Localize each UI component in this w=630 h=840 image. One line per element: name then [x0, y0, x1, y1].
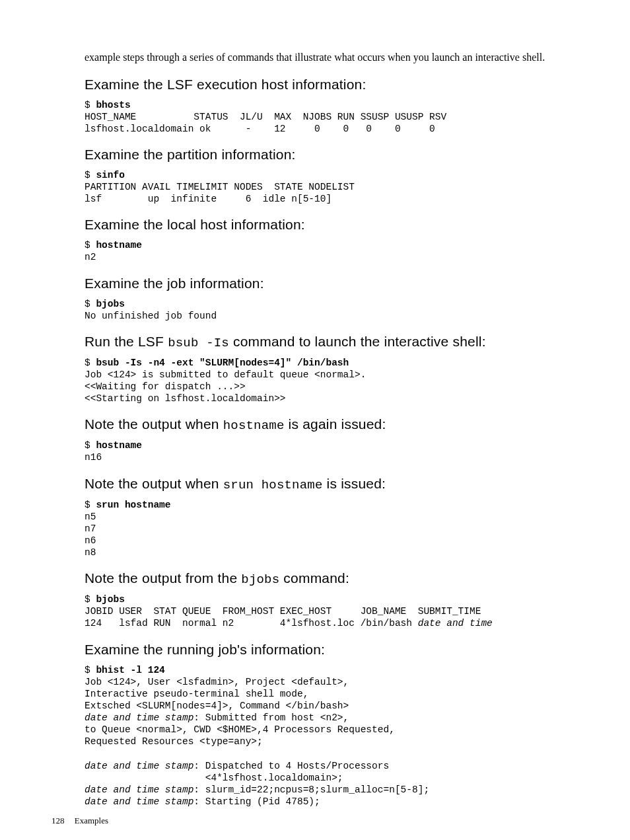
code-segment: n6	[85, 535, 96, 546]
section-heading: Note the output when hostname is again i…	[85, 416, 572, 433]
code-segment: bjobs	[96, 594, 125, 605]
code-segment: : Starting (Pid 4785);	[193, 796, 320, 807]
code-segment: <<Waiting for dispatch ...>>	[85, 381, 246, 392]
code-segment: $	[85, 240, 96, 250]
heading-code-span: hostname	[223, 418, 285, 433]
heading-text-span: is again issued:	[285, 416, 386, 432]
code-segment: $	[85, 665, 96, 675]
code-segment: hostname	[96, 440, 142, 451]
code-segment: No unfinished job found	[85, 311, 217, 321]
code-segment: n5	[85, 512, 96, 522]
code-segment: bhosts	[96, 100, 130, 110]
code-segment: lsfhost.localdomain ok - 12 0 0 0 0 0	[85, 124, 435, 134]
code-segment: to Queue <normal>, CWD <$HOME>,4 Process…	[85, 724, 395, 735]
section-heading: Examine the local host information:	[85, 217, 572, 233]
heading-text-span: Examine the partition information:	[85, 147, 296, 162]
section-heading: Examine the job information:	[85, 276, 572, 291]
code-segment: JOBID USER STAT QUEUE FROM_HOST EXEC_HOS…	[85, 606, 481, 617]
heading-text-span: Examine the LSF execution host informati…	[85, 77, 367, 92]
page-footer: 128 Examples	[52, 816, 108, 826]
code-segment: $	[85, 358, 96, 368]
code-segment: <<Starting on lsfhost.localdomain>>	[85, 393, 286, 404]
code-segment: $	[85, 594, 96, 605]
code-segment: date and time stamp	[85, 712, 193, 723]
heading-code-span: srun hostname	[223, 478, 323, 492]
code-segment: Job <124>, User <lsfadmin>, Project <def…	[85, 677, 349, 687]
heading-text-span: Examine the running job's information:	[85, 642, 325, 657]
code-segment: date and time stamp	[85, 796, 193, 807]
code-segment: date and time	[418, 618, 493, 629]
code-segment: $	[85, 100, 96, 110]
code-segment: n7	[85, 523, 96, 534]
code-segment: $	[85, 299, 96, 309]
code-segment: n2	[85, 252, 96, 262]
intro-paragraph: example steps through a series of comman…	[85, 50, 572, 65]
section-heading: Examine the partition information:	[85, 147, 572, 163]
heading-text-span: Examine the local host information:	[85, 217, 305, 232]
footer-section-label: Examples	[75, 816, 108, 825]
code-segment: : Submitted from host <n2>,	[193, 712, 349, 723]
heading-text-span: is issued:	[323, 476, 386, 491]
code-segment: 124 lsfad RUN normal n2 4*lsfhost.loc /b…	[85, 618, 418, 629]
code-segment: bhist -l 124	[96, 665, 164, 675]
code-segment: Interactive pseudo-terminal shell mode,	[85, 689, 308, 699]
heading-code-span: bsub -Is	[168, 336, 229, 350]
code-segment: hostname	[96, 240, 142, 250]
code-segment: srun hostname	[96, 500, 170, 510]
heading-code-span: bjobs	[241, 572, 279, 587]
code-block: $ hostname n16	[85, 439, 572, 463]
code-segment: sinfo	[96, 170, 125, 180]
code-segment: $	[85, 500, 96, 510]
code-segment: date and time stamp	[85, 761, 193, 771]
code-segment: Extsched <SLURM[nodes=4]>, Command </bin…	[85, 701, 349, 711]
code-segment: HOST_NAME STATUS JL/U MAX NJOBS RUN SSUS…	[85, 112, 446, 122]
page-container: example steps through a series of comman…	[0, 0, 630, 840]
heading-text-span: command to launch the interactive shell:	[229, 334, 486, 349]
code-segment: bjobs	[96, 299, 125, 309]
code-block: $ bjobs JOBID USER STAT QUEUE FROM_HOST …	[85, 593, 572, 629]
section-heading: Examine the running job's information:	[85, 642, 572, 658]
heading-text-span: Run the LSF	[85, 334, 168, 349]
code-segment: <4*lsfhost.localdomain>;	[85, 773, 343, 783]
code-segment: n16	[85, 452, 102, 463]
code-segment: bsub -Is -n4 -ext "SLURM[nodes=4]" /bin/…	[96, 358, 349, 368]
heading-text-span: command:	[279, 570, 349, 586]
heading-text-span: Note the output from the	[85, 570, 241, 586]
section-heading: Note the output from the bjobs command:	[85, 570, 572, 587]
section-heading: Note the output when srun hostname is is…	[85, 476, 572, 492]
code-block: $ bhosts HOST_NAME STATUS JL/U MAX NJOBS…	[85, 99, 572, 135]
section-heading: Examine the LSF execution host informati…	[85, 77, 572, 93]
page-number: 128	[52, 816, 65, 825]
code-block: $ srun hostname n5 n7 n6 n8	[85, 499, 572, 559]
section-heading: Run the LSF bsub -Is command to launch t…	[85, 334, 572, 350]
code-segment: lsf up infinite 6 idle n[5-10]	[85, 194, 332, 204]
code-block: $ bjobs No unfinished job found	[85, 298, 572, 322]
code-segment: : Dispatched to 4 Hosts/Processors	[193, 761, 389, 771]
heading-text-span: Note the output when	[85, 476, 223, 491]
sections-container: Examine the LSF execution host informati…	[85, 77, 572, 808]
code-segment: PARTITION AVAIL TIMELIMIT NODES STATE NO…	[85, 182, 355, 192]
code-segment: $	[85, 440, 96, 451]
code-segment: date and time stamp	[85, 784, 193, 795]
code-segment: Requested Resources <type=any>;	[85, 736, 263, 747]
code-segment: n8	[85, 547, 96, 558]
code-block: $ hostname n2	[85, 239, 572, 263]
code-block: $ bhist -l 124 Job <124>, User <lsfadmin…	[85, 664, 572, 808]
code-segment: $	[85, 170, 96, 180]
code-block: $ bsub -Is -n4 -ext "SLURM[nodes=4]" /bi…	[85, 357, 572, 405]
heading-text-span: Examine the job information:	[85, 276, 264, 291]
code-segment: Job <124> is submitted to default queue …	[85, 369, 366, 380]
code-block: $ sinfo PARTITION AVAIL TIMELIMIT NODES …	[85, 169, 572, 205]
heading-text-span: Note the output when	[85, 416, 223, 432]
code-segment: : slurm_id=22;ncpus=8;slurm_alloc=n[5-8]…	[193, 784, 429, 795]
